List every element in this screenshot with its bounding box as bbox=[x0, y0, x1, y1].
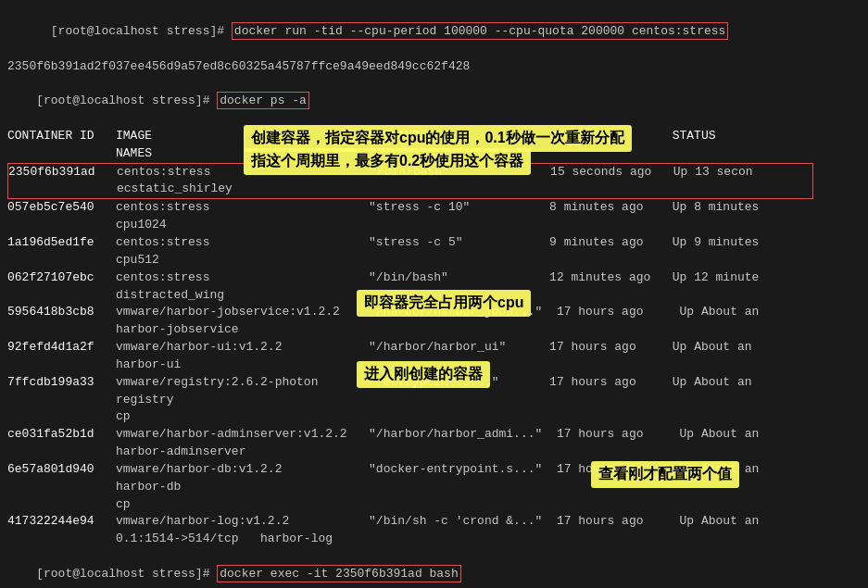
row-057: 057eb5c7e540 centos:stress "stress -c 10… bbox=[7, 199, 861, 217]
row-7ff-name: registry bbox=[7, 392, 861, 409]
annotation-3: 即容器完全占用两个cpu bbox=[357, 290, 531, 317]
cmd-docker-run: docker run -tid --cpu-period 100000 --cp… bbox=[232, 22, 729, 40]
row-1a1-name: cpu512 bbox=[7, 252, 861, 269]
row-92f: 92fefd4d1a2f vmware/harbor-ui:v1.2.2 "/h… bbox=[7, 339, 861, 357]
row-417-ports: 0.1:1514->514/tcp harbor-log bbox=[7, 531, 861, 548]
row-1a1: 1a196d5ed1fe centos:stress "stress -c 5"… bbox=[7, 234, 861, 252]
line-3: [root@localhost stress]# docker ps -a bbox=[7, 75, 861, 128]
cmd-docker-exec: docker exec -it 2350f6b391ad bash bbox=[217, 565, 460, 582]
annotation-4: 进入刚创建的容器 bbox=[357, 361, 490, 388]
line-1: [root@localhost stress]# docker run -tid… bbox=[7, 6, 861, 58]
annotation-5: 查看刚才配置两个值 bbox=[591, 461, 739, 488]
row-6e5-cp: cp bbox=[7, 496, 861, 514]
cmd-docker-ps: docker ps -a bbox=[217, 92, 309, 109]
line-exec: [root@localhost stress]# docker exec -it… bbox=[7, 548, 861, 588]
line-hash: 2350f6b391ad2f037ee456d9a57ed8c60325a457… bbox=[7, 58, 861, 76]
row-417: 417322244e94 vmware/harbor-log:v1.2.2 "/… bbox=[7, 513, 861, 531]
row-ce0: ce031fa52b1d vmware/harbor-adminserver:v… bbox=[7, 426, 861, 444]
row-7ff-cp: cp bbox=[7, 408, 861, 426]
row-595-name: harbor-jobservice bbox=[7, 321, 861, 339]
row-062: 062f27107ebc centos:stress "/bin/bash" 1… bbox=[7, 269, 861, 287]
terminal: [root@localhost stress]# docker run -tid… bbox=[0, 0, 868, 588]
annotation-2: 指这个周期里，最多有0.2秒使用这个容器 bbox=[244, 148, 531, 175]
row-ce0-name: harbor-adminserver bbox=[7, 444, 861, 461]
row-057-name: cpu1024 bbox=[7, 217, 861, 234]
